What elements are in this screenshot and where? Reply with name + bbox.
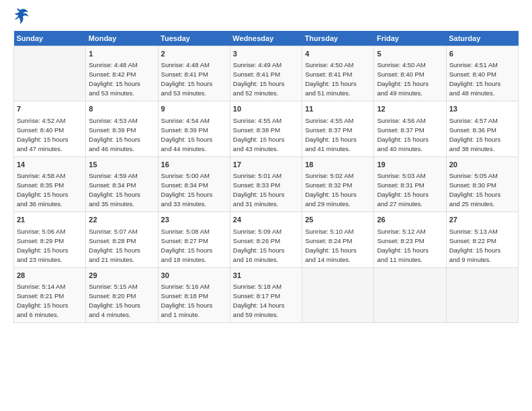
calendar-cell: 12Sunrise: 4:56 AM Sunset: 8:37 PM Dayli… bbox=[374, 101, 446, 156]
day-number: 5 bbox=[377, 49, 443, 59]
day-detail: Sunrise: 4:55 AM Sunset: 8:37 PM Dayligh… bbox=[305, 117, 357, 152]
day-header-tuesday: Tuesday bbox=[158, 31, 230, 46]
day-detail: Sunrise: 5:05 AM Sunset: 8:30 PM Dayligh… bbox=[449, 172, 501, 208]
day-detail: Sunrise: 4:59 AM Sunset: 8:34 PM Dayligh… bbox=[89, 172, 140, 208]
day-detail: Sunrise: 4:58 AM Sunset: 8:35 PM Dayligh… bbox=[17, 172, 69, 208]
day-detail: Sunrise: 5:06 AM Sunset: 8:29 PM Dayligh… bbox=[17, 228, 69, 263]
day-number: 3 bbox=[233, 49, 299, 59]
day-detail: Sunrise: 4:55 AM Sunset: 8:38 PM Dayligh… bbox=[233, 117, 285, 152]
calendar-cell: 1Sunrise: 4:48 AM Sunset: 8:42 PM Daylig… bbox=[86, 46, 158, 101]
calendar-table: SundayMondayTuesdayWednesdayThursdayFrid… bbox=[13, 31, 519, 323]
calendar-cell: 27Sunrise: 5:13 AM Sunset: 8:22 PM Dayli… bbox=[446, 212, 518, 267]
day-number: 13 bbox=[449, 104, 515, 114]
day-detail: Sunrise: 5:07 AM Sunset: 8:28 PM Dayligh… bbox=[89, 228, 140, 263]
day-number: 2 bbox=[161, 49, 227, 59]
day-detail: Sunrise: 5:08 AM Sunset: 8:27 PM Dayligh… bbox=[161, 228, 213, 263]
calendar-cell: 17Sunrise: 5:01 AM Sunset: 8:33 PM Dayli… bbox=[230, 156, 302, 212]
day-detail: Sunrise: 4:52 AM Sunset: 8:40 PM Dayligh… bbox=[17, 117, 69, 152]
day-detail: Sunrise: 4:57 AM Sunset: 8:36 PM Dayligh… bbox=[449, 117, 501, 152]
calendar-cell: 22Sunrise: 5:07 AM Sunset: 8:28 PM Dayli… bbox=[86, 212, 158, 267]
day-number: 28 bbox=[17, 271, 83, 281]
day-number: 4 bbox=[305, 49, 371, 59]
page: SundayMondayTuesdayWednesdayThursdayFrid… bbox=[0, 0, 532, 411]
day-number: 19 bbox=[377, 160, 443, 170]
day-header-sunday: Sunday bbox=[14, 31, 86, 46]
calendar-week-5: 28Sunrise: 5:14 AM Sunset: 8:21 PM Dayli… bbox=[14, 267, 519, 322]
day-number: 6 bbox=[449, 49, 515, 59]
calendar-cell: 31Sunrise: 5:18 AM Sunset: 8:17 PM Dayli… bbox=[230, 267, 302, 322]
day-number: 10 bbox=[233, 104, 299, 114]
day-header-friday: Friday bbox=[374, 31, 446, 46]
day-detail: Sunrise: 5:03 AM Sunset: 8:31 PM Dayligh… bbox=[377, 172, 429, 208]
calendar-week-3: 14Sunrise: 4:58 AM Sunset: 8:35 PM Dayli… bbox=[14, 156, 519, 212]
calendar-week-1: 1Sunrise: 4:48 AM Sunset: 8:42 PM Daylig… bbox=[14, 46, 519, 101]
calendar-cell: 23Sunrise: 5:08 AM Sunset: 8:27 PM Dayli… bbox=[158, 212, 230, 267]
day-number: 12 bbox=[377, 104, 443, 114]
day-detail: Sunrise: 4:49 AM Sunset: 8:41 PM Dayligh… bbox=[233, 61, 285, 97]
calendar-header-row: SundayMondayTuesdayWednesdayThursdayFrid… bbox=[14, 31, 519, 46]
day-header-monday: Monday bbox=[86, 31, 158, 46]
calendar-cell: 19Sunrise: 5:03 AM Sunset: 8:31 PM Dayli… bbox=[374, 156, 446, 212]
day-number: 31 bbox=[233, 271, 299, 281]
day-number: 1 bbox=[89, 49, 154, 59]
day-header-thursday: Thursday bbox=[302, 31, 374, 46]
day-number: 11 bbox=[305, 104, 371, 114]
day-detail: Sunrise: 5:18 AM Sunset: 8:17 PM Dayligh… bbox=[233, 283, 285, 318]
day-detail: Sunrise: 4:51 AM Sunset: 8:40 PM Dayligh… bbox=[449, 61, 501, 97]
header bbox=[13, 11, 519, 24]
day-detail: Sunrise: 5:13 AM Sunset: 8:22 PM Dayligh… bbox=[449, 228, 501, 263]
calendar-cell: 21Sunrise: 5:06 AM Sunset: 8:29 PM Dayli… bbox=[14, 212, 86, 267]
calendar-cell: 28Sunrise: 5:14 AM Sunset: 8:21 PM Dayli… bbox=[14, 267, 86, 322]
logo-bird-icon bbox=[15, 8, 28, 24]
day-number: 7 bbox=[17, 104, 83, 114]
calendar-cell: 8Sunrise: 4:53 AM Sunset: 8:39 PM Daylig… bbox=[86, 101, 158, 156]
day-number: 16 bbox=[161, 160, 227, 170]
day-detail: Sunrise: 4:56 AM Sunset: 8:37 PM Dayligh… bbox=[377, 117, 429, 152]
calendar-cell: 5Sunrise: 4:50 AM Sunset: 8:40 PM Daylig… bbox=[374, 46, 446, 101]
day-number: 29 bbox=[89, 271, 154, 281]
day-number: 17 bbox=[233, 160, 299, 170]
day-number: 24 bbox=[233, 215, 299, 225]
day-detail: Sunrise: 5:10 AM Sunset: 8:24 PM Dayligh… bbox=[305, 228, 357, 263]
calendar-cell: 4Sunrise: 4:50 AM Sunset: 8:41 PM Daylig… bbox=[302, 46, 374, 101]
calendar-cell: 24Sunrise: 5:09 AM Sunset: 8:26 PM Dayli… bbox=[230, 212, 302, 267]
day-detail: Sunrise: 4:50 AM Sunset: 8:40 PM Dayligh… bbox=[377, 61, 429, 97]
day-number: 26 bbox=[377, 215, 443, 225]
day-detail: Sunrise: 5:09 AM Sunset: 8:26 PM Dayligh… bbox=[233, 228, 285, 263]
day-number: 18 bbox=[305, 160, 371, 170]
calendar-cell: 7Sunrise: 4:52 AM Sunset: 8:40 PM Daylig… bbox=[14, 101, 86, 156]
day-detail: Sunrise: 5:01 AM Sunset: 8:33 PM Dayligh… bbox=[233, 172, 285, 208]
logo bbox=[13, 11, 28, 24]
calendar-week-4: 21Sunrise: 5:06 AM Sunset: 8:29 PM Dayli… bbox=[14, 212, 519, 267]
day-detail: Sunrise: 4:50 AM Sunset: 8:41 PM Dayligh… bbox=[305, 61, 357, 97]
day-detail: Sunrise: 5:00 AM Sunset: 8:34 PM Dayligh… bbox=[161, 172, 213, 208]
day-detail: Sunrise: 4:48 AM Sunset: 8:42 PM Dayligh… bbox=[89, 61, 140, 97]
calendar-cell: 13Sunrise: 4:57 AM Sunset: 8:36 PM Dayli… bbox=[446, 101, 518, 156]
day-detail: Sunrise: 4:53 AM Sunset: 8:39 PM Dayligh… bbox=[89, 117, 140, 152]
day-detail: Sunrise: 4:54 AM Sunset: 8:39 PM Dayligh… bbox=[161, 117, 213, 152]
calendar-cell: 20Sunrise: 5:05 AM Sunset: 8:30 PM Dayli… bbox=[446, 156, 518, 212]
calendar-cell: 14Sunrise: 4:58 AM Sunset: 8:35 PM Dayli… bbox=[14, 156, 86, 212]
calendar-cell: 26Sunrise: 5:12 AM Sunset: 8:23 PM Dayli… bbox=[374, 212, 446, 267]
day-detail: Sunrise: 5:14 AM Sunset: 8:21 PM Dayligh… bbox=[17, 283, 69, 318]
calendar-cell: 30Sunrise: 5:16 AM Sunset: 8:18 PM Dayli… bbox=[158, 267, 230, 322]
calendar-cell bbox=[446, 267, 518, 322]
day-number: 8 bbox=[89, 104, 154, 114]
day-number: 27 bbox=[449, 215, 515, 225]
day-detail: Sunrise: 5:12 AM Sunset: 8:23 PM Dayligh… bbox=[377, 228, 429, 263]
day-header-wednesday: Wednesday bbox=[230, 31, 302, 46]
day-number: 22 bbox=[89, 215, 154, 225]
calendar-cell: 11Sunrise: 4:55 AM Sunset: 8:37 PM Dayli… bbox=[302, 101, 374, 156]
day-detail: Sunrise: 5:15 AM Sunset: 8:20 PM Dayligh… bbox=[89, 283, 140, 318]
calendar-cell: 29Sunrise: 5:15 AM Sunset: 8:20 PM Dayli… bbox=[86, 267, 158, 322]
day-detail: Sunrise: 5:16 AM Sunset: 8:18 PM Dayligh… bbox=[161, 283, 213, 318]
day-number: 25 bbox=[305, 215, 371, 225]
calendar-week-2: 7Sunrise: 4:52 AM Sunset: 8:40 PM Daylig… bbox=[14, 101, 519, 156]
calendar-cell: 6Sunrise: 4:51 AM Sunset: 8:40 PM Daylig… bbox=[446, 46, 518, 101]
calendar-cell: 16Sunrise: 5:00 AM Sunset: 8:34 PM Dayli… bbox=[158, 156, 230, 212]
day-number: 9 bbox=[161, 104, 227, 114]
calendar-cell: 3Sunrise: 4:49 AM Sunset: 8:41 PM Daylig… bbox=[230, 46, 302, 101]
calendar-cell bbox=[14, 46, 86, 101]
calendar-cell: 9Sunrise: 4:54 AM Sunset: 8:39 PM Daylig… bbox=[158, 101, 230, 156]
calendar-cell: 10Sunrise: 4:55 AM Sunset: 8:38 PM Dayli… bbox=[230, 101, 302, 156]
